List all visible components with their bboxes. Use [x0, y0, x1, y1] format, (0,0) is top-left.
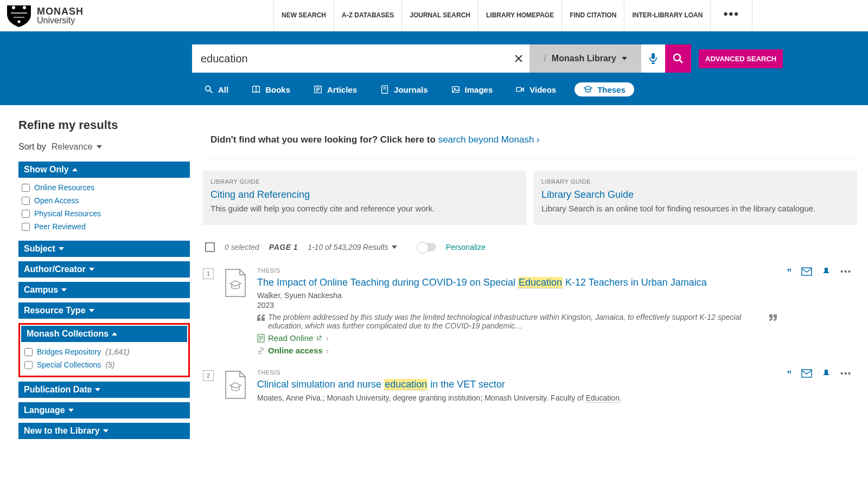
tab-images[interactable]: Images [446, 82, 497, 96]
personalize-toggle[interactable] [418, 243, 436, 252]
search-beyond-link[interactable]: search beyond Monash › [438, 134, 540, 145]
svg-point-9 [454, 88, 455, 89]
tab-articles[interactable]: Articles [309, 82, 361, 96]
online-access-link[interactable]: Online access › [257, 346, 777, 355]
search-button[interactable] [665, 44, 691, 73]
chevron-down-icon [89, 268, 94, 271]
result-number[interactable]: 1 [203, 268, 214, 279]
facet-bridges-repository[interactable]: Bridges Repository (1,641) [22, 345, 186, 358]
search-beyond-prompt: Didn't find what you were looking for? C… [203, 118, 857, 159]
result-year: 2023 [257, 301, 777, 309]
facet-language[interactable]: Language [18, 402, 190, 418]
advanced-search-button[interactable]: ADVANCED SEARCH [699, 49, 783, 68]
email-icon[interactable] [801, 267, 812, 278]
nav-az-databases[interactable]: A-Z DATABASES [334, 0, 401, 31]
facet-resource-type[interactable]: Resource Type [18, 302, 190, 319]
tab-videos[interactable]: Videos [511, 82, 560, 96]
facet-campus[interactable]: Campus [18, 282, 190, 298]
tab-books[interactable]: Books [247, 82, 295, 96]
result-title[interactable]: The Impact of Online Teaching during COV… [257, 276, 777, 289]
pin-icon[interactable] [822, 267, 831, 279]
cite-icon[interactable]: ” [787, 267, 792, 279]
svg-rect-13 [802, 370, 812, 377]
result-type: THESIS [257, 267, 777, 274]
page-label: PAGE 1 [269, 243, 298, 252]
svg-point-4 [674, 54, 680, 61]
facet-subject[interactable]: Subject [18, 241, 190, 257]
facet-open-access[interactable]: Open Access [20, 194, 189, 207]
chevron-down-icon [59, 247, 64, 250]
guide-label: LIBRARY GUIDE [210, 178, 516, 185]
read-online-link[interactable]: Read Online › [257, 333, 777, 343]
search-input[interactable] [192, 44, 508, 73]
voice-search-button[interactable] [641, 44, 665, 73]
facet-new-to-library[interactable]: New to the Library [18, 423, 190, 439]
facet-show-only[interactable]: Show Only [18, 162, 190, 178]
facet-peer-reviewed[interactable]: Peer Reviewed [20, 220, 189, 233]
nav-interlibrary-loan[interactable]: INTER-LIBRARY LOAN [624, 0, 710, 31]
sort-dropdown[interactable]: Relevance [52, 142, 103, 152]
facet-monash-collections[interactable]: Monash Collections [21, 326, 187, 342]
nav-more[interactable]: ••• [710, 0, 752, 31]
chevron-up-icon [72, 168, 78, 171]
results-header: 0 selected PAGE 1 1-10 of 543,209 Result… [203, 237, 857, 264]
guide-citing[interactable]: LIBRARY GUIDE Citing and Referencing Thi… [203, 171, 526, 225]
svg-point-1 [23, 6, 26, 9]
nav-journal-search[interactable]: JOURNAL SEARCH [401, 0, 478, 31]
guide-library-search[interactable]: LIBRARY GUIDE Library Search Guide Libra… [534, 171, 857, 225]
tab-all[interactable]: All [200, 82, 233, 96]
video-icon [515, 85, 525, 94]
email-icon[interactable] [801, 369, 812, 379]
close-icon [514, 54, 524, 63]
thesis-doc-icon [224, 370, 247, 399]
result-author: Moates, Anne Piva.; Monash University, d… [257, 394, 777, 402]
clear-button[interactable] [508, 44, 529, 73]
tab-theses[interactable]: Theses [575, 82, 634, 96]
refine-title: Refine my results [18, 118, 190, 132]
pin-icon[interactable] [822, 369, 831, 381]
tab-journals[interactable]: Journals [375, 82, 432, 96]
guide-title: Library Search Guide [541, 189, 847, 201]
more-actions-icon[interactable]: ••• [840, 369, 852, 378]
facet-physical-resources[interactable]: Physical Resources [20, 207, 189, 220]
logo-name: MONASH [37, 7, 84, 16]
svg-rect-7 [382, 86, 388, 93]
article-icon [313, 85, 323, 94]
chevron-up-icon [112, 332, 117, 336]
logo-sub: University [37, 16, 84, 25]
refine-sidebar: Refine my results Sort by Relevance Show… [18, 118, 190, 439]
quote-open-icon [257, 314, 265, 321]
more-actions-icon[interactable]: ••• [840, 267, 852, 276]
svg-rect-12 [802, 268, 812, 275]
result-type: THESIS [257, 369, 777, 376]
search-icon [672, 53, 684, 65]
facet-author[interactable]: Author/Creator [18, 261, 190, 278]
nav-library-homepage[interactable]: LIBRARY HOMEPAGE [478, 0, 561, 31]
select-all-checkbox[interactable] [205, 242, 215, 252]
facet-online-resources[interactable]: Online Resources [20, 181, 189, 194]
result-title[interactable]: Clinical simulation and nurse education … [257, 378, 777, 391]
search-scope-button[interactable]: / Monash Library [529, 44, 641, 73]
link-icon [257, 347, 265, 354]
result-abstract: The problem addressed by this study was … [257, 313, 777, 330]
nav-find-citation[interactable]: FIND CITATION [561, 0, 624, 31]
chevron-down-icon [95, 388, 100, 391]
cite-icon[interactable]: ” [787, 369, 792, 381]
guide-title: Citing and Referencing [210, 189, 516, 201]
result-number[interactable]: 2 [203, 370, 214, 381]
svg-rect-3 [652, 53, 655, 59]
facet-publication-date[interactable]: Publication Date [18, 382, 190, 398]
results-range-dropdown[interactable]: 1-10 of 543,209 Results [308, 243, 397, 252]
facet-monash-collections-highlight: Monash Collections Bridges Repository (1… [18, 323, 190, 377]
logo[interactable]: MONASH University [0, 0, 94, 31]
svg-rect-10 [516, 87, 521, 91]
doc-icon [257, 334, 265, 343]
nav-new-search[interactable]: NEW SEARCH [273, 0, 334, 31]
monash-shield-icon [5, 3, 33, 28]
chevron-down-icon [61, 288, 67, 292]
personalize-link[interactable]: Personalize [446, 243, 486, 252]
result-author: Walker, Syuen Nackesha [257, 291, 777, 300]
selected-count: 0 selected [225, 243, 259, 252]
facet-special-collections[interactable]: Special Collections (5) [22, 358, 186, 371]
quote-close-icon [769, 314, 777, 321]
